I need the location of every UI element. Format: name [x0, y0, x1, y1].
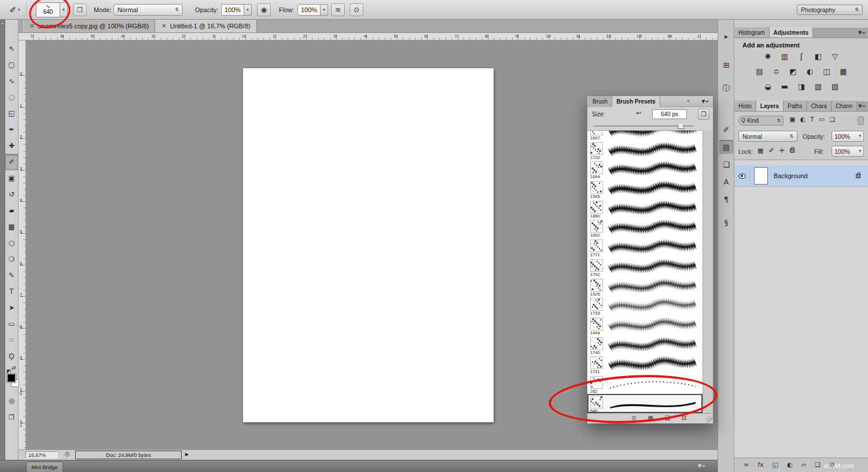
layer-opacity-input[interactable]: 100% ▾	[832, 131, 864, 142]
toggle-live-tip-preview-icon[interactable]: ⊙	[631, 415, 636, 421]
layer-thumbnail[interactable]	[754, 167, 768, 185]
flow-dropdown-arrow[interactable]: ▾	[321, 4, 328, 16]
smudge-tool[interactable]: ○	[5, 235, 18, 251]
brush-preset-picker[interactable]: ∿ 640	[36, 2, 60, 17]
pressure-opacity-icon[interactable]: ◉	[257, 3, 271, 16]
channel-mixer-icon[interactable]: ◫	[820, 66, 834, 77]
document-page[interactable]	[243, 68, 494, 422]
brush-tool[interactable]: ✐	[5, 154, 18, 170]
clone-source-panel-icon[interactable]: ❏	[719, 157, 733, 171]
document-size-info[interactable]: Doc: 24,9M/0 bytes	[75, 451, 182, 459]
brush-preset-row[interactable]: 1545	[587, 179, 703, 199]
brush-preset-row[interactable]: 1791	[587, 355, 703, 374]
swap-colors-icon[interactable]: ⇄	[12, 366, 16, 371]
status-menu-arrow-icon[interactable]: ▶	[185, 452, 189, 457]
path-selection-tool[interactable]: ➤	[5, 300, 18, 316]
tab-chann[interactable]: Chann	[832, 101, 857, 111]
clone-stamp-tool[interactable]: ▣	[5, 170, 18, 186]
delete-layer-icon[interactable]: ⊟	[829, 462, 834, 468]
workspace-select[interactable]: Photography ⇅	[797, 5, 863, 15]
panel-menu-icon[interactable]: ▼≡	[858, 31, 866, 35]
exposure-icon[interactable]: ◧	[811, 51, 825, 62]
brush-preset-dropdown-arrow[interactable]: ▾	[60, 2, 68, 17]
spot-healing-brush-tool[interactable]: ✚	[5, 138, 18, 154]
horizontal-ruler[interactable]: 7654321012345678910111213141	[19, 33, 718, 40]
posterize-icon[interactable]: ▬	[778, 81, 792, 92]
selective-color-icon[interactable]: ▧	[828, 81, 842, 92]
collapse-left-dock-strip[interactable]: »	[0, 20, 5, 460]
expand-dock-button[interactable]: ▶	[718, 32, 734, 42]
brush-preset-row[interactable]: 1740	[587, 335, 703, 355]
eye-icon[interactable]	[738, 174, 746, 179]
tab-adjustments[interactable]: Adjustments	[770, 27, 814, 38]
brush-preset-row[interactable]: 1771	[587, 238, 703, 257]
pressure-size-icon[interactable]: ⊙	[350, 3, 363, 16]
layer-filter-kind-select[interactable]: Ϙ Kind ⇅	[738, 116, 784, 126]
brush-preset-row[interactable]: 1694	[587, 160, 703, 179]
vertical-ruler[interactable]: 01234567891 01 1	[19, 40, 26, 449]
document-tab[interactable]: ×Untitled-1 @ 16,7% (RGB/8)	[155, 19, 256, 32]
create-new-brush-icon[interactable]: ❏	[665, 415, 670, 421]
foreground-color-swatch[interactable]	[7, 374, 16, 382]
brush-list-scrollbar[interactable]	[703, 130, 713, 413]
panel-menu-icon[interactable]: ▼≡	[858, 104, 866, 109]
mini-bridge-menu-icon[interactable]: ▼≡	[698, 464, 705, 469]
character-panel-icon[interactable]: A	[719, 175, 733, 189]
blend-mode-select[interactable]: Normal ⇅	[113, 4, 183, 16]
brush-preset-row[interactable]: 1697	[587, 130, 703, 141]
lasso-tool[interactable]: ∿	[5, 73, 18, 89]
rectangle-tool[interactable]: ▭	[5, 316, 18, 332]
threshold-icon[interactable]: ◨	[795, 81, 808, 92]
hand-tool[interactable]: ☞	[5, 332, 18, 348]
filter-type-layers-icon[interactable]: T	[810, 116, 814, 123]
panel-menu-icon[interactable]: ▼≡	[701, 99, 709, 104]
close-tab-icon[interactable]: ×	[161, 23, 166, 29]
levels-icon[interactable]: ▥	[778, 51, 792, 62]
tab-brush[interactable]: Brush	[589, 96, 612, 107]
crop-tool[interactable]: ◱	[5, 105, 18, 121]
brush-preset-row[interactable]: 640	[587, 394, 703, 413]
curves-icon[interactable]: ʃ	[795, 51, 808, 62]
brush-preset-row[interactable]: 1860	[587, 199, 703, 219]
pen-tool[interactable]: ✎	[5, 267, 18, 283]
info-panel-icon[interactable]: ⓘ	[719, 81, 733, 95]
brush-preset-row[interactable]: 1925	[587, 277, 703, 297]
delete-brush-icon[interactable]: ⊟	[682, 415, 686, 421]
brush-preset-row[interactable]: 1742	[587, 257, 703, 277]
mini-bridge-tab[interactable]: Mini Bridge	[26, 462, 63, 472]
type-tool[interactable]: T	[5, 283, 18, 300]
history-brush-tool[interactable]: ↺	[5, 186, 18, 202]
brush-preset-row[interactable]: 1733	[587, 296, 703, 316]
collapse-panel-icon[interactable]: »	[687, 99, 690, 104]
gradient-map-icon[interactable]: ▨	[811, 81, 825, 92]
brush-preset-row[interactable]: 1892	[587, 218, 703, 238]
layer-filter-toggle[interactable]	[858, 116, 864, 125]
tab-histogram[interactable]: Histogram	[734, 27, 770, 38]
paragraph-styles-panel-icon[interactable]: §	[719, 215, 733, 229]
add-layer-mask-icon[interactable]: ◱	[773, 462, 778, 468]
brightness-contrast-icon[interactable]: ✺	[761, 51, 775, 62]
filter-adjustment-layers-icon[interactable]: ◐	[800, 116, 806, 123]
tab-histo[interactable]: Histo	[734, 101, 756, 111]
move-tool[interactable]: ⇖	[5, 40, 18, 57]
toggle-brush-panel-button[interactable]: ❐	[73, 3, 87, 16]
eyedropper-tool[interactable]: ✒	[5, 121, 18, 138]
lock-image-pixels-icon[interactable]: ✐	[768, 148, 774, 154]
filter-pixel-layers-icon[interactable]: ▣	[789, 116, 795, 123]
quick-mask-button[interactable]: ◎	[5, 394, 18, 407]
screen-mode-button[interactable]: ❐	[5, 411, 18, 423]
tab-paths[interactable]: Paths	[784, 101, 807, 111]
tab-chara[interactable]: Chara	[807, 101, 832, 111]
new-layer-icon[interactable]: ❏	[815, 462, 821, 468]
filter-shape-layers-icon[interactable]: ▭	[819, 116, 825, 123]
new-group-icon[interactable]: ▱	[801, 462, 806, 468]
open-brush-panel-button[interactable]: ❐	[698, 109, 709, 120]
eraser-tool[interactable]: ▰	[5, 202, 18, 219]
tool-preset-button[interactable]: ✐ ▾	[3, 3, 27, 17]
document-tab[interactable]: ×anamireles5 copy.jpg @ 100% (RGB/8)	[23, 19, 155, 32]
paragraph-panel-icon[interactable]: ¶	[719, 192, 733, 206]
close-tab-icon[interactable]: ×	[30, 23, 34, 29]
brush-presets-panel-icon[interactable]: ▤	[719, 140, 733, 154]
airbrush-toggle-icon[interactable]: ≋	[331, 3, 345, 16]
layer-visibility-gutter[interactable]	[734, 165, 750, 186]
